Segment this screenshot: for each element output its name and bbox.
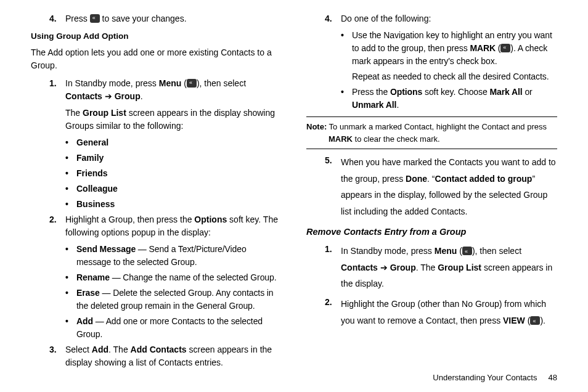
- text: To unmark a marked Contact, highlight th…: [327, 122, 547, 131]
- step-body: Press to save your changes.: [65, 12, 282, 25]
- bullet-icon: •: [65, 167, 76, 180]
- bullet-icon: •: [65, 182, 76, 195]
- option-name: Rename: [76, 272, 110, 282]
- bullet-label: General: [76, 137, 108, 147]
- bullet-item: •Colleague: [65, 182, 282, 195]
- bullet-icon: •: [65, 271, 76, 284]
- text: Press the: [352, 87, 390, 97]
- bullet-icon: •: [65, 243, 76, 269]
- substep-item: • Use the Navigation key to highlight an…: [341, 29, 557, 68]
- ok-key-icon: [500, 44, 510, 52]
- arrow-icon: ➔: [102, 91, 115, 101]
- option-name: Send Message: [76, 244, 136, 254]
- text: (: [525, 316, 531, 325]
- ok-key-icon: [187, 79, 197, 88]
- text: Press: [65, 14, 90, 23]
- add-label: Add: [92, 345, 108, 354]
- step-body: In Standby mode, press Menu (), then sel…: [65, 77, 282, 103]
- add-contacts-label: Add Contacts: [131, 345, 187, 354]
- step-number: 4.: [325, 12, 341, 25]
- bullet-icon: •: [341, 29, 352, 68]
- option-item: •Add — Add one or more Contacts to the s…: [65, 315, 282, 341]
- option-desc: — Delete the selected Group. Any contact…: [76, 288, 274, 311]
- option-name: Add: [76, 316, 93, 326]
- page-number: 48: [549, 373, 557, 382]
- contacts-label: Contacts: [65, 91, 102, 101]
- text: In Standby mode, press: [65, 78, 159, 88]
- unmark-all-label: Unmark All: [352, 100, 396, 110]
- step-number: 3.: [49, 343, 65, 369]
- bullet-label: Business: [76, 199, 115, 209]
- text: In Standby mode, press: [341, 246, 435, 256]
- bullet-icon: •: [65, 198, 76, 211]
- text: ), then select: [197, 78, 246, 88]
- view-label: VIEW: [503, 316, 525, 325]
- step-body: Select Add. The Add Contacts screen appe…: [65, 343, 282, 369]
- step-number: 1.: [49, 77, 65, 103]
- step-body: Highlight a Group, then press the Option…: [65, 213, 282, 239]
- option-item: •Send Message — Send a Text/Picture/Vide…: [65, 243, 282, 269]
- page-content: 4. Press to save your changes. Using Gro…: [0, 0, 588, 370]
- step-item: 1. In Standby mode, press Menu (), then …: [49, 77, 282, 103]
- text: .: [141, 91, 143, 101]
- bullet-item: •General: [65, 136, 282, 149]
- mark-label: MARK: [470, 43, 496, 53]
- intro-text: The Add option lets you add one or more …: [31, 46, 282, 72]
- option-item: •Rename — Change the name of the selecte…: [65, 271, 282, 284]
- step-number: 4.: [49, 12, 65, 25]
- option-item: •Erase — Delete the selected Group. Any …: [65, 287, 282, 312]
- text: . “: [427, 174, 435, 184]
- step-item: 5. When you have marked the Contacts you…: [325, 154, 557, 219]
- arrow-icon: ➔: [378, 263, 390, 272]
- note-block: Note: To unmark a marked Contact, highli…: [306, 116, 557, 149]
- ok-key-icon: [530, 316, 540, 325]
- bullet-label: Friends: [76, 168, 108, 178]
- done-label: Done: [406, 174, 427, 184]
- bullet-item: •Business: [65, 198, 282, 211]
- group-label: Group: [390, 263, 416, 272]
- step-body: In Standby mode, press Menu (), then sel…: [341, 243, 557, 292]
- step-item: 2. Highlight the Group (other than No Gr…: [325, 296, 557, 329]
- bullet-icon: •: [65, 152, 76, 165]
- text: The: [65, 108, 83, 118]
- bullet-icon: •: [65, 315, 76, 341]
- step-item: 1. In Standby mode, press Menu (), then …: [325, 243, 557, 292]
- text: Select: [65, 345, 92, 354]
- step-number: 5.: [325, 154, 341, 219]
- group-list-label: Group List: [438, 263, 481, 272]
- contacts-label: Contacts: [341, 263, 378, 272]
- text: (: [181, 78, 187, 88]
- substep-note: Repeat as needed to check all the desire…: [352, 70, 557, 83]
- options-label: Options: [194, 214, 227, 224]
- text: ).: [540, 316, 545, 325]
- step-body: Do one of the following:: [341, 12, 557, 25]
- note-label: Note:: [306, 122, 327, 131]
- bullet-icon: •: [65, 287, 76, 312]
- text: .: [396, 100, 399, 110]
- step-number: 2.: [325, 296, 341, 329]
- text: to clear the check mark.: [353, 134, 440, 144]
- bullet-item: •Family: [65, 152, 282, 165]
- option-desc: — Add one or more Contacts to the select…: [76, 316, 263, 339]
- step-item: 4. Press to save your changes.: [49, 12, 282, 25]
- text: Highlight a Group, then press the: [65, 214, 194, 224]
- step-number: 2.: [49, 213, 65, 239]
- subheading-remove-contacts: Remove Contacts Entry from a Group: [306, 226, 557, 239]
- footer-label: Understanding Your Contacts: [433, 373, 537, 382]
- bullet-item: •Friends: [65, 167, 282, 180]
- options-label: Options: [390, 87, 422, 97]
- text: (: [496, 43, 500, 53]
- step-number: 1.: [325, 243, 341, 292]
- step-body: Highlight the Group (other than No Group…: [341, 296, 557, 329]
- step-item: 4. Do one of the following:: [325, 12, 557, 25]
- subheading-using-group-add: Using Group Add Option: [31, 30, 282, 43]
- text: ), then select: [472, 246, 521, 256]
- paragraph: The Group List screen appears in the dis…: [65, 107, 282, 133]
- step-item: 3. Select Add. The Add Contacts screen a…: [49, 343, 282, 369]
- page-footer: Understanding Your Contacts 48: [433, 372, 557, 384]
- text: (: [457, 246, 462, 256]
- mark-label: MARK: [329, 134, 353, 144]
- text: or: [523, 87, 533, 97]
- ok-key-icon: [90, 14, 100, 23]
- option-desc: — Change the name of the selected Group.: [110, 272, 277, 282]
